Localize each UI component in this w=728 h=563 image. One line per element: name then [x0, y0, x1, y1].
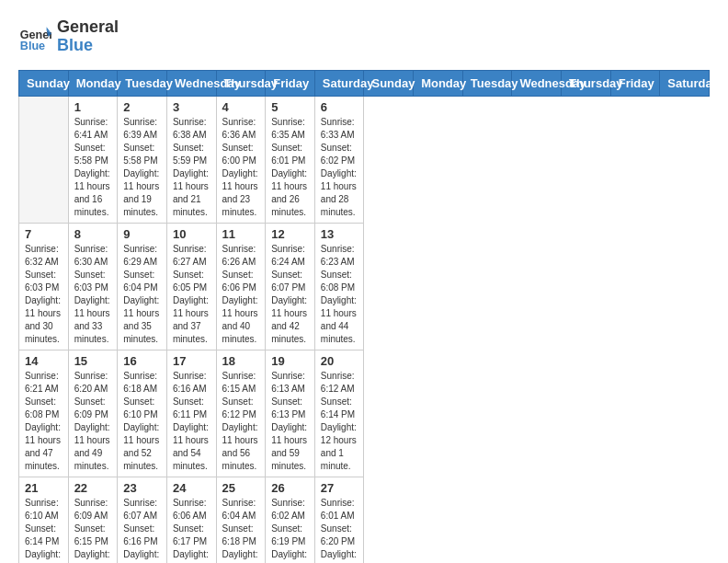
day-info: Sunrise: 6:01 AM Sunset: 6:20 PM Dayligh… — [321, 497, 358, 563]
day-info: Sunrise: 6:24 AM Sunset: 6:07 PM Dayligh… — [271, 243, 309, 346]
calendar-day-header: Tuesday — [118, 70, 167, 96]
calendar-cell: 27Sunrise: 6:01 AM Sunset: 6:20 PM Dayli… — [314, 477, 364, 563]
calendar-cell: 10Sunrise: 6:27 AM Sunset: 6:05 PM Dayli… — [166, 223, 216, 350]
day-number: 10 — [173, 227, 210, 241]
day-number: 7 — [25, 227, 63, 241]
calendar-day-header: Sunday — [19, 70, 69, 96]
day-number: 25 — [222, 481, 260, 495]
day-number: 26 — [271, 481, 309, 495]
day-info: Sunrise: 6:16 AM Sunset: 6:11 PM Dayligh… — [173, 370, 210, 473]
day-number: 3 — [173, 100, 210, 114]
logo-icon: General Blue — [18, 20, 51, 53]
day-info: Sunrise: 6:21 AM Sunset: 6:08 PM Dayligh… — [25, 370, 63, 473]
day-info: Sunrise: 6:33 AM Sunset: 6:02 PM Dayligh… — [321, 116, 358, 219]
calendar-header-row: SundayMondayTuesdayWednesdayThursdayFrid… — [19, 70, 710, 96]
day-info: Sunrise: 6:04 AM Sunset: 6:18 PM Dayligh… — [222, 497, 260, 563]
calendar-cell: 4Sunrise: 6:36 AM Sunset: 6:00 PM Daylig… — [216, 96, 266, 223]
logo: General Blue General Blue — [18, 18, 119, 55]
day-number: 27 — [321, 481, 358, 495]
day-info: Sunrise: 6:02 AM Sunset: 6:19 PM Dayligh… — [271, 497, 309, 563]
day-number: 2 — [123, 100, 161, 114]
day-number: 18 — [222, 354, 260, 368]
calendar-cell: 2Sunrise: 6:39 AM Sunset: 5:58 PM Daylig… — [118, 96, 167, 223]
calendar-cell: 20Sunrise: 6:12 AM Sunset: 6:14 PM Dayli… — [314, 350, 364, 477]
day-info: Sunrise: 6:07 AM Sunset: 6:16 PM Dayligh… — [123, 497, 161, 563]
calendar-day-header: Saturday — [314, 70, 364, 96]
day-number: 6 — [321, 100, 358, 114]
day-number: 14 — [25, 354, 63, 368]
svg-text:Blue: Blue — [20, 40, 45, 52]
calendar-cell: 13Sunrise: 6:23 AM Sunset: 6:08 PM Dayli… — [314, 223, 364, 350]
day-info: Sunrise: 6:38 AM Sunset: 5:59 PM Dayligh… — [173, 116, 210, 219]
day-number: 15 — [74, 354, 112, 368]
calendar-day-header: Monday — [414, 70, 463, 96]
calendar-day-header: Friday — [610, 70, 660, 96]
calendar-week-row: 1Sunrise: 6:41 AM Sunset: 5:58 PM Daylig… — [19, 96, 710, 223]
day-info: Sunrise: 6:20 AM Sunset: 6:09 PM Dayligh… — [74, 370, 112, 473]
calendar-cell: 6Sunrise: 6:33 AM Sunset: 6:02 PM Daylig… — [314, 96, 364, 223]
calendar-table: SundayMondayTuesdayWednesdayThursdayFrid… — [18, 70, 710, 563]
calendar-cell: 7Sunrise: 6:32 AM Sunset: 6:03 PM Daylig… — [19, 223, 69, 350]
day-number: 8 — [74, 227, 112, 241]
calendar-cell: 18Sunrise: 6:15 AM Sunset: 6:12 PM Dayli… — [216, 350, 266, 477]
calendar-cell: 23Sunrise: 6:07 AM Sunset: 6:16 PM Dayli… — [118, 477, 167, 563]
calendar-cell: 19Sunrise: 6:13 AM Sunset: 6:13 PM Dayli… — [266, 350, 315, 477]
day-number: 5 — [271, 100, 309, 114]
calendar-cell: 14Sunrise: 6:21 AM Sunset: 6:08 PM Dayli… — [19, 350, 69, 477]
day-number: 11 — [222, 227, 260, 241]
day-info: Sunrise: 6:15 AM Sunset: 6:12 PM Dayligh… — [222, 370, 260, 473]
calendar-cell: 26Sunrise: 6:02 AM Sunset: 6:19 PM Dayli… — [266, 477, 315, 563]
day-info: Sunrise: 6:27 AM Sunset: 6:05 PM Dayligh… — [173, 243, 210, 346]
day-number: 23 — [123, 481, 161, 495]
calendar-cell: 11Sunrise: 6:26 AM Sunset: 6:06 PM Dayli… — [216, 223, 266, 350]
day-info: Sunrise: 6:23 AM Sunset: 6:08 PM Dayligh… — [321, 243, 358, 346]
day-info: Sunrise: 6:09 AM Sunset: 6:15 PM Dayligh… — [74, 497, 112, 563]
calendar-cell: 5Sunrise: 6:35 AM Sunset: 6:01 PM Daylig… — [266, 96, 315, 223]
day-number: 16 — [123, 354, 161, 368]
calendar-day-header: Wednesday — [512, 70, 562, 96]
calendar-cell: 8Sunrise: 6:30 AM Sunset: 6:03 PM Daylig… — [68, 223, 118, 350]
day-number: 1 — [74, 100, 112, 114]
calendar-day-header: Sunday — [364, 70, 414, 96]
calendar-cell: 3Sunrise: 6:38 AM Sunset: 5:59 PM Daylig… — [166, 96, 216, 223]
calendar-cell: 1Sunrise: 6:41 AM Sunset: 5:58 PM Daylig… — [68, 96, 118, 223]
day-info: Sunrise: 6:18 AM Sunset: 6:10 PM Dayligh… — [123, 370, 161, 473]
calendar-cell: 12Sunrise: 6:24 AM Sunset: 6:07 PM Dayli… — [266, 223, 315, 350]
day-number: 13 — [321, 227, 358, 241]
day-number: 19 — [271, 354, 309, 368]
day-info: Sunrise: 6:41 AM Sunset: 5:58 PM Dayligh… — [74, 116, 112, 219]
page-header: General Blue General Blue — [18, 18, 710, 55]
calendar-day-header: Saturday — [660, 70, 710, 96]
calendar-cell: 24Sunrise: 6:06 AM Sunset: 6:17 PM Dayli… — [166, 477, 216, 563]
day-number: 12 — [271, 227, 309, 241]
calendar-week-row: 7Sunrise: 6:32 AM Sunset: 6:03 PM Daylig… — [19, 223, 710, 350]
calendar-cell: 22Sunrise: 6:09 AM Sunset: 6:15 PM Dayli… — [68, 477, 118, 563]
calendar-week-row: 14Sunrise: 6:21 AM Sunset: 6:08 PM Dayli… — [19, 350, 710, 477]
day-info: Sunrise: 6:13 AM Sunset: 6:13 PM Dayligh… — [271, 370, 309, 473]
calendar-week-row: 21Sunrise: 6:10 AM Sunset: 6:14 PM Dayli… — [19, 477, 710, 563]
calendar-cell: 25Sunrise: 6:04 AM Sunset: 6:18 PM Dayli… — [216, 477, 266, 563]
day-info: Sunrise: 6:12 AM Sunset: 6:14 PM Dayligh… — [321, 370, 358, 473]
day-number: 22 — [74, 481, 112, 495]
day-info: Sunrise: 6:32 AM Sunset: 6:03 PM Dayligh… — [25, 243, 63, 346]
day-info: Sunrise: 6:36 AM Sunset: 6:00 PM Dayligh… — [222, 116, 260, 219]
day-info: Sunrise: 6:39 AM Sunset: 5:58 PM Dayligh… — [123, 116, 161, 219]
day-number: 24 — [173, 481, 210, 495]
calendar-day-header: Monday — [68, 70, 118, 96]
calendar-cell — [19, 96, 69, 223]
calendar-cell: 15Sunrise: 6:20 AM Sunset: 6:09 PM Dayli… — [68, 350, 118, 477]
day-info: Sunrise: 6:10 AM Sunset: 6:14 PM Dayligh… — [25, 497, 63, 563]
calendar-day-header: Tuesday — [462, 70, 512, 96]
calendar-cell: 9Sunrise: 6:29 AM Sunset: 6:04 PM Daylig… — [118, 223, 167, 350]
day-info: Sunrise: 6:29 AM Sunset: 6:04 PM Dayligh… — [123, 243, 161, 346]
day-number: 17 — [173, 354, 210, 368]
calendar-day-header: Friday — [266, 70, 315, 96]
calendar-cell: 21Sunrise: 6:10 AM Sunset: 6:14 PM Dayli… — [19, 477, 69, 563]
day-info: Sunrise: 6:30 AM Sunset: 6:03 PM Dayligh… — [74, 243, 112, 346]
calendar-cell: 17Sunrise: 6:16 AM Sunset: 6:11 PM Dayli… — [166, 350, 216, 477]
calendar-day-header: Wednesday — [166, 70, 216, 96]
day-info: Sunrise: 6:35 AM Sunset: 6:01 PM Dayligh… — [271, 116, 309, 219]
logo-text: General Blue — [57, 18, 119, 55]
day-number: 21 — [25, 481, 63, 495]
day-number: 20 — [321, 354, 358, 368]
